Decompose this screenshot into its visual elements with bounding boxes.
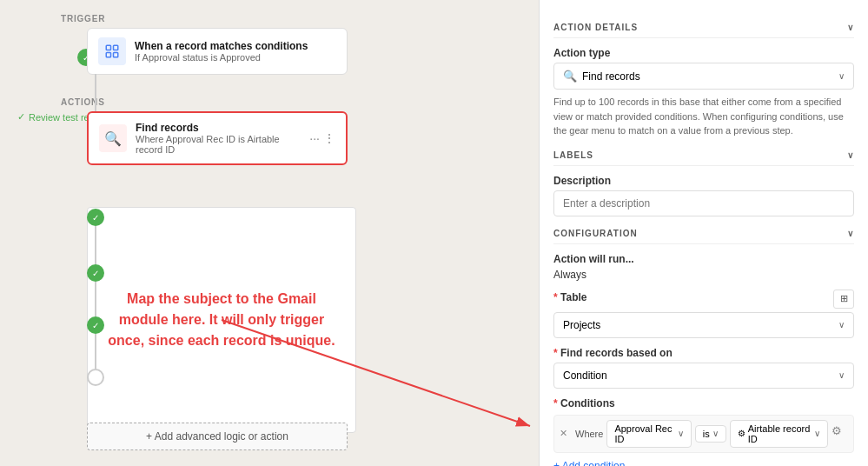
trigger-subtitle: If Approval status is Approved	[135, 52, 308, 63]
annotation-text: Map the subject to the Gmail module here…	[105, 289, 338, 351]
action-details-header: ACTION DETAILS ∨	[553, 23, 854, 38]
condition-close-icon[interactable]: ✕	[560, 428, 572, 440]
find-based-on-label: Find records based on	[553, 347, 854, 359]
description-field-label: Description	[553, 175, 854, 187]
action-will-run-label: Action will run...	[553, 253, 854, 265]
configuration-chevron[interactable]: ∨	[847, 229, 854, 238]
action-type-chevron: ∨	[838, 71, 845, 81]
find-records-subtitle: Where Approval Rec ID is Airtable record…	[136, 134, 301, 155]
annotation-box: Map the subject to the Gmail module here…	[87, 207, 356, 433]
table-field-label: Table	[553, 291, 586, 303]
svg-rect-0	[106, 45, 110, 50]
svg-rect-3	[114, 53, 118, 57]
add-condition-button[interactable]: + Add condition	[553, 460, 854, 467]
condition-gear-icon[interactable]: ⚙	[832, 424, 848, 443]
condition-field-pill[interactable]: Approval Rec ID ∨	[606, 420, 691, 448]
action-details-chevron[interactable]: ∨	[847, 23, 854, 32]
find-records-actions: ··· ⋮	[309, 131, 335, 145]
labels-chevron[interactable]: ∨	[847, 150, 854, 160]
configuration-header: CONFIGURATION ∨	[553, 229, 854, 244]
trigger-title: When a record matches conditions	[135, 40, 308, 52]
find-based-on-chevron: ∨	[838, 370, 845, 380]
svg-rect-1	[114, 45, 118, 50]
trigger-icon	[98, 37, 126, 65]
table-dropdown[interactable]: Projects ∨	[553, 312, 854, 338]
find-records-text: Find records Where Approval Rec ID is Ai…	[136, 122, 301, 155]
where-text: Where	[575, 429, 603, 439]
connector-v3	[95, 282, 96, 316]
find-based-on-dropdown[interactable]: Condition ∨	[553, 363, 854, 389]
table-chevron: ∨	[838, 320, 845, 330]
action-will-run-value: Always	[553, 269, 854, 281]
actions-label: ACTIONS	[61, 97, 105, 107]
conditions-row: ✕ Where Approval Rec ID ∨ is ∨ ⚙ Airtabl…	[553, 415, 854, 453]
action-type-label: Action type	[553, 47, 854, 59]
connector-v1	[95, 74, 96, 115]
left-panel: TRIGGER ✓ When a record matches conditio…	[0, 0, 539, 466]
find-records-icon: 🔍	[99, 124, 127, 152]
action-type-select[interactable]: 🔍 Find records ∨	[553, 63, 854, 90]
trigger-card[interactable]: When a record matches conditions If Appr…	[87, 28, 348, 75]
trigger-label: TRIGGER	[61, 14, 105, 23]
description-input[interactable]	[553, 190, 854, 216]
right-panel: ACTION DETAILS ∨ Action type 🔍 Find reco…	[539, 0, 868, 466]
condition-target-pill[interactable]: ⚙ Airtable record ID ∨	[730, 420, 828, 448]
condition-operator-pill[interactable]: is ∨	[695, 425, 726, 443]
svg-rect-2	[106, 53, 110, 57]
step-circle-2: ✓	[87, 209, 104, 226]
table-expand-icon[interactable]: ⊞	[833, 290, 854, 309]
conditions-label: Conditions	[553, 397, 854, 409]
search-icon-action: 🔍	[563, 70, 577, 83]
step-circle-3: ✓	[87, 264, 104, 282]
action-type-inner: 🔍 Find records	[563, 70, 640, 83]
action-description-text: Find up to 100 records in this base that…	[553, 95, 854, 138]
step-circle-5	[87, 369, 104, 386]
step-circle-4: ✓	[87, 316, 104, 334]
connector-v2	[95, 226, 96, 264]
find-records-title: Find records	[136, 122, 301, 134]
find-records-card[interactable]: 🔍 Find records Where Approval Rec ID is …	[87, 111, 348, 165]
connector-v4	[95, 334, 96, 369]
labels-header: LABELS ∨	[553, 150, 854, 166]
add-advanced-button[interactable]: + Add advanced logic or action	[87, 423, 348, 450]
trigger-text: When a record matches conditions If Appr…	[135, 40, 308, 63]
